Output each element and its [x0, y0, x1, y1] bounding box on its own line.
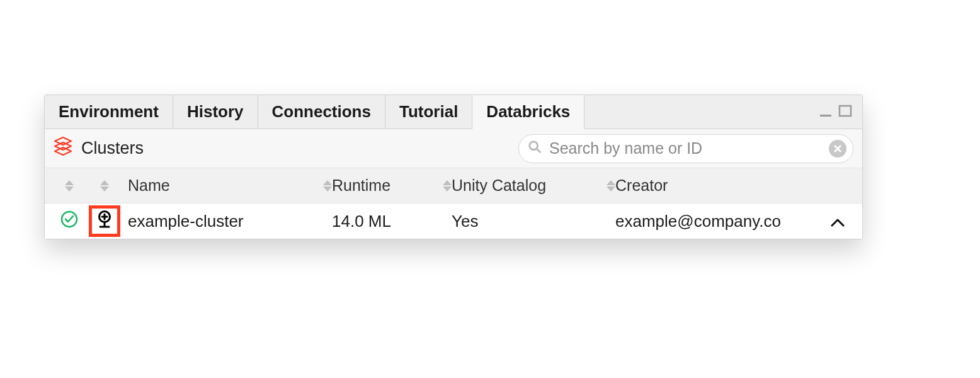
svg-rect-1 — [840, 106, 851, 116]
minimize-icon[interactable] — [819, 103, 833, 121]
connect-to-cluster-icon[interactable] — [95, 210, 114, 233]
sort-runtime[interactable] — [443, 180, 452, 192]
table-header: Name Runtime Unity Catalog Creator — [45, 168, 862, 203]
clusters-toolbar: Clusters — [45, 129, 862, 168]
status-running-icon — [60, 210, 78, 232]
cluster-name: example-cluster — [128, 212, 244, 231]
databricks-panel: Environment History Connections Tutorial… — [44, 94, 863, 239]
tab-label: Tutorial — [399, 102, 458, 122]
databricks-logo-icon — [54, 136, 72, 161]
svg-marker-13 — [443, 186, 452, 192]
collapse-row-icon[interactable] — [831, 212, 845, 231]
connect-button-highlight — [89, 205, 120, 237]
svg-marker-14 — [607, 180, 615, 185]
sort-status[interactable] — [65, 180, 74, 192]
tab-connections[interactable]: Connections — [258, 95, 385, 129]
svg-rect-0 — [820, 115, 831, 117]
cluster-runtime: 14.0 ML — [332, 212, 391, 231]
tab-databricks[interactable]: Databricks — [472, 95, 584, 129]
col-unity-catalog-label: Unity Catalog — [452, 176, 546, 195]
maximize-icon[interactable] — [838, 103, 852, 121]
sort-name[interactable] — [323, 180, 332, 192]
tab-bar: Environment History Connections Tutorial… — [45, 95, 862, 129]
col-creator-label: Creator — [615, 176, 668, 195]
tab-history[interactable]: History — [173, 95, 258, 129]
sort-connect[interactable] — [100, 180, 109, 192]
svg-marker-11 — [323, 186, 332, 192]
search-icon — [528, 140, 542, 158]
tab-label: Databricks — [486, 102, 570, 122]
svg-marker-7 — [65, 186, 74, 192]
tab-tutorial[interactable]: Tutorial — [385, 95, 472, 129]
tab-label: History — [187, 102, 244, 122]
cluster-unity-catalog: Yes — [452, 212, 478, 231]
clear-search-icon[interactable] — [829, 140, 846, 158]
svg-marker-8 — [100, 180, 109, 185]
svg-marker-9 — [100, 186, 109, 192]
svg-marker-15 — [607, 186, 615, 192]
svg-point-2 — [530, 141, 538, 149]
svg-marker-12 — [443, 180, 452, 185]
svg-line-3 — [537, 149, 541, 152]
window-controls — [813, 95, 858, 129]
section-title: Clusters — [81, 139, 144, 158]
tab-label: Connections — [272, 102, 371, 122]
tab-label: Environment — [59, 102, 159, 122]
search-field[interactable] — [518, 134, 853, 163]
col-runtime-label: Runtime — [332, 176, 390, 195]
search-input[interactable] — [548, 139, 829, 158]
svg-marker-6 — [65, 180, 74, 185]
cluster-creator: example@company.co — [615, 212, 781, 231]
svg-marker-10 — [323, 180, 332, 185]
tab-environment[interactable]: Environment — [45, 95, 173, 129]
sort-unity-catalog[interactable] — [607, 180, 615, 192]
col-name-label: Name — [128, 176, 170, 195]
table-row[interactable]: example-cluster 14.0 ML Yes example@comp… — [45, 203, 862, 239]
